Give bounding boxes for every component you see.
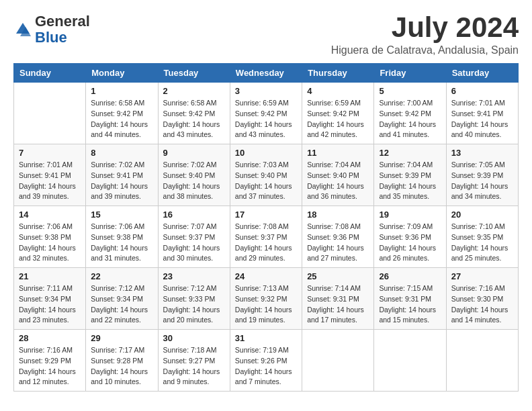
day-info: Sunrise: 7:18 AMSunset: 9:27 PMDaylight:… [163,345,225,387]
calendar-cell: 13Sunrise: 7:05 AMSunset: 9:39 PMDayligh… [446,144,518,206]
title-block: July 2024 Higuera de Calatrava, Andalusi… [331,13,519,56]
day-info: Sunrise: 6:59 AMSunset: 9:42 PMDaylight:… [235,98,297,140]
day-number: 24 [235,271,297,281]
week-row-4: 21Sunrise: 7:11 AMSunset: 9:34 PMDayligh… [14,268,519,330]
header-cell-tuesday: Tuesday [158,64,230,83]
day-number: 28 [19,333,81,343]
day-info: Sunrise: 7:04 AMSunset: 9:40 PMDaylight:… [307,160,369,202]
day-info: Sunrise: 7:02 AMSunset: 9:41 PMDaylight:… [91,160,152,202]
week-row-2: 7Sunrise: 7:01 AMSunset: 9:41 PMDaylight… [14,144,519,206]
day-info: Sunrise: 7:10 AMSunset: 9:35 PMDaylight:… [451,222,513,264]
calendar-cell: 14Sunrise: 7:06 AMSunset: 9:38 PMDayligh… [14,206,86,268]
day-info: Sunrise: 7:19 AMSunset: 9:26 PMDaylight:… [235,345,297,387]
day-number: 11 [307,148,369,158]
day-info: Sunrise: 7:00 AMSunset: 9:42 PMDaylight:… [379,98,441,140]
day-number: 25 [307,271,369,281]
day-number: 16 [163,210,225,220]
calendar-cell: 12Sunrise: 7:04 AMSunset: 9:39 PMDayligh… [374,144,446,206]
day-number: 22 [91,271,152,281]
day-info: Sunrise: 7:17 AMSunset: 9:28 PMDaylight:… [91,345,152,387]
day-info: Sunrise: 7:07 AMSunset: 9:37 PMDaylight:… [163,222,225,264]
calendar-cell: 23Sunrise: 7:12 AMSunset: 9:33 PMDayligh… [158,268,230,330]
day-info: Sunrise: 7:16 AMSunset: 9:29 PMDaylight:… [19,345,81,387]
day-info: Sunrise: 7:05 AMSunset: 9:39 PMDaylight:… [451,160,513,202]
day-info: Sunrise: 7:13 AMSunset: 9:32 PMDaylight:… [235,283,297,326]
day-info: Sunrise: 7:01 AMSunset: 9:41 PMDaylight:… [19,160,81,202]
day-number: 30 [163,333,225,343]
calendar-cell [374,330,446,392]
header-cell-friday: Friday [374,64,446,83]
calendar-cell: 1Sunrise: 6:58 AMSunset: 9:42 PMDaylight… [86,83,158,144]
day-number: 20 [451,210,513,220]
day-info: Sunrise: 7:02 AMSunset: 9:40 PMDaylight:… [163,160,225,202]
calendar-cell: 6Sunrise: 7:01 AMSunset: 9:41 PMDaylight… [446,83,518,144]
day-number: 8 [91,148,152,158]
day-number: 3 [235,86,297,96]
calendar-cell: 22Sunrise: 7:12 AMSunset: 9:34 PMDayligh… [86,268,158,330]
day-info: Sunrise: 7:03 AMSunset: 9:40 PMDaylight:… [235,160,297,202]
day-number: 13 [451,148,513,158]
day-info: Sunrise: 6:58 AMSunset: 9:42 PMDaylight:… [163,98,225,140]
calendar-cell: 17Sunrise: 7:08 AMSunset: 9:37 PMDayligh… [230,206,302,268]
day-info: Sunrise: 7:16 AMSunset: 9:30 PMDaylight:… [451,283,513,326]
day-info: Sunrise: 7:06 AMSunset: 9:38 PMDaylight:… [91,222,152,264]
calendar-cell: 4Sunrise: 6:59 AMSunset: 9:42 PMDaylight… [302,83,374,144]
day-number: 2 [163,86,225,96]
header-cell-thursday: Thursday [302,64,374,83]
week-row-5: 28Sunrise: 7:16 AMSunset: 9:29 PMDayligh… [14,330,519,392]
calendar-cell [446,330,518,392]
calendar-cell: 20Sunrise: 7:10 AMSunset: 9:35 PMDayligh… [446,206,518,268]
calendar-cell: 28Sunrise: 7:16 AMSunset: 9:29 PMDayligh… [14,330,86,392]
day-number: 21 [19,271,81,281]
day-number: 19 [379,210,441,220]
calendar-cell: 11Sunrise: 7:04 AMSunset: 9:40 PMDayligh… [302,144,374,206]
calendar-cell: 31Sunrise: 7:19 AMSunset: 9:26 PMDayligh… [230,330,302,392]
day-number: 15 [91,210,152,220]
day-info: Sunrise: 6:59 AMSunset: 9:42 PMDaylight:… [307,98,369,140]
calendar-cell: 18Sunrise: 7:08 AMSunset: 9:36 PMDayligh… [302,206,374,268]
calendar-cell: 2Sunrise: 6:58 AMSunset: 9:42 PMDaylight… [158,83,230,144]
day-info: Sunrise: 7:08 AMSunset: 9:36 PMDaylight:… [307,222,369,264]
calendar-cell: 8Sunrise: 7:02 AMSunset: 9:41 PMDaylight… [86,144,158,206]
calendar-cell [14,83,86,144]
day-info: Sunrise: 7:14 AMSunset: 9:31 PMDaylight:… [307,283,369,326]
day-number: 12 [379,148,441,158]
day-number: 6 [451,86,513,96]
calendar-cell: 30Sunrise: 7:18 AMSunset: 9:27 PMDayligh… [158,330,230,392]
page-header: General Blue July 2024 Higuera de Calatr… [13,13,519,56]
day-number: 29 [91,333,152,343]
calendar-cell: 21Sunrise: 7:11 AMSunset: 9:34 PMDayligh… [14,268,86,330]
calendar-cell: 25Sunrise: 7:14 AMSunset: 9:31 PMDayligh… [302,268,374,330]
calendar-cell: 9Sunrise: 7:02 AMSunset: 9:40 PMDaylight… [158,144,230,206]
day-number: 14 [19,210,81,220]
calendar-cell: 3Sunrise: 6:59 AMSunset: 9:42 PMDaylight… [230,83,302,144]
day-number: 27 [451,271,513,281]
day-info: Sunrise: 7:01 AMSunset: 9:41 PMDaylight:… [451,98,513,140]
logo-icon [13,20,32,39]
logo-general: General [35,13,90,30]
calendar-table: SundayMondayTuesdayWednesdayThursdayFrid… [13,63,519,392]
header-cell-wednesday: Wednesday [230,64,302,83]
logo-text: General Blue [35,13,90,46]
day-info: Sunrise: 7:09 AMSunset: 9:36 PMDaylight:… [379,222,441,264]
day-info: Sunrise: 7:08 AMSunset: 9:37 PMDaylight:… [235,222,297,264]
calendar-cell: 10Sunrise: 7:03 AMSunset: 9:40 PMDayligh… [230,144,302,206]
day-number: 1 [91,86,152,96]
header-cell-saturday: Saturday [446,64,518,83]
logo-blue: Blue [35,29,67,46]
day-number: 17 [235,210,297,220]
month-title: July 2024 [331,13,519,42]
week-row-3: 14Sunrise: 7:06 AMSunset: 9:38 PMDayligh… [14,206,519,268]
logo: General Blue [13,13,90,46]
day-info: Sunrise: 7:04 AMSunset: 9:39 PMDaylight:… [379,160,441,202]
calendar-cell [302,330,374,392]
calendar-cell: 15Sunrise: 7:06 AMSunset: 9:38 PMDayligh… [86,206,158,268]
calendar-cell: 26Sunrise: 7:15 AMSunset: 9:31 PMDayligh… [374,268,446,330]
day-number: 9 [163,148,225,158]
day-number: 10 [235,148,297,158]
day-info: Sunrise: 7:15 AMSunset: 9:31 PMDaylight:… [379,283,441,326]
week-row-1: 1Sunrise: 6:58 AMSunset: 9:42 PMDaylight… [14,83,519,144]
day-info: Sunrise: 7:12 AMSunset: 9:33 PMDaylight:… [163,283,225,326]
day-number: 18 [307,210,369,220]
day-info: Sunrise: 7:12 AMSunset: 9:34 PMDaylight:… [91,283,152,326]
